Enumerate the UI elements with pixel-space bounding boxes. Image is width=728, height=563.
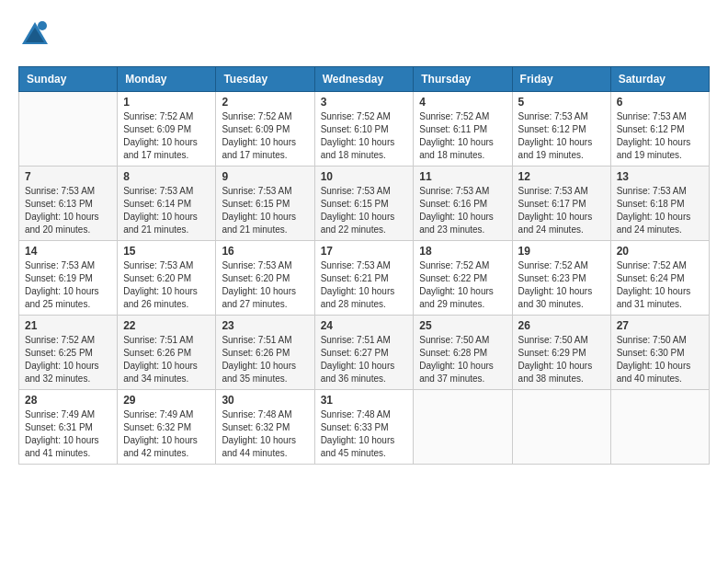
day-info: Sunrise: 7:53 AM Sunset: 6:14 PM Dayligh… <box>123 185 210 236</box>
calendar-week-row: 1Sunrise: 7:52 AM Sunset: 6:09 PM Daylig… <box>19 92 710 167</box>
calendar-cell: 14Sunrise: 7:53 AM Sunset: 6:19 PM Dayli… <box>19 241 118 316</box>
day-number: 13 <box>617 170 703 183</box>
day-number: 24 <box>321 319 408 332</box>
svg-point-2 <box>38 21 47 30</box>
day-info: Sunrise: 7:50 AM Sunset: 6:30 PM Dayligh… <box>617 334 703 385</box>
calendar-cell: 25Sunrise: 7:50 AM Sunset: 6:28 PM Dayli… <box>414 316 512 390</box>
header-wednesday: Wednesday <box>314 67 414 92</box>
day-number: 10 <box>321 170 408 183</box>
calendar-cell: 30Sunrise: 7:48 AM Sunset: 6:32 PM Dayli… <box>216 390 314 465</box>
day-number: 11 <box>419 170 506 183</box>
calendar-cell: 12Sunrise: 7:53 AM Sunset: 6:17 PM Dayli… <box>512 167 610 241</box>
calendar-cell: 31Sunrise: 7:48 AM Sunset: 6:33 PM Dayli… <box>314 390 414 465</box>
day-number: 16 <box>222 245 308 258</box>
calendar-cell: 18Sunrise: 7:52 AM Sunset: 6:22 PM Dayli… <box>414 241 512 316</box>
calendar-cell: 24Sunrise: 7:51 AM Sunset: 6:27 PM Dayli… <box>314 316 414 390</box>
calendar-cell: 17Sunrise: 7:53 AM Sunset: 6:21 PM Dayli… <box>314 241 414 316</box>
day-info: Sunrise: 7:52 AM Sunset: 6:09 PM Dayligh… <box>222 110 308 162</box>
header-sunday: Sunday <box>19 67 118 92</box>
day-number: 23 <box>222 319 308 332</box>
day-info: Sunrise: 7:53 AM Sunset: 6:16 PM Dayligh… <box>419 185 506 236</box>
day-number: 30 <box>222 394 308 407</box>
calendar-cell: 5Sunrise: 7:53 AM Sunset: 6:12 PM Daylig… <box>512 92 610 167</box>
day-number: 17 <box>321 245 408 258</box>
header-thursday: Thursday <box>414 67 512 92</box>
calendar-cell: 20Sunrise: 7:52 AM Sunset: 6:24 PM Dayli… <box>610 241 709 316</box>
day-info: Sunrise: 7:53 AM Sunset: 6:19 PM Dayligh… <box>25 259 111 311</box>
day-info: Sunrise: 7:51 AM Sunset: 6:26 PM Dayligh… <box>222 334 308 385</box>
calendar-header-row: SundayMondayTuesdayWednesdayThursdayFrid… <box>19 67 710 92</box>
day-number: 8 <box>123 170 210 183</box>
day-info: Sunrise: 7:52 AM Sunset: 6:24 PM Dayligh… <box>617 259 703 311</box>
header-monday: Monday <box>118 67 216 92</box>
day-info: Sunrise: 7:48 AM Sunset: 6:32 PM Dayligh… <box>222 408 308 460</box>
day-info: Sunrise: 7:53 AM Sunset: 6:20 PM Dayligh… <box>123 259 210 311</box>
day-info: Sunrise: 7:50 AM Sunset: 6:28 PM Dayligh… <box>419 334 506 385</box>
day-info: Sunrise: 7:52 AM Sunset: 6:22 PM Dayligh… <box>419 259 506 311</box>
day-number: 3 <box>321 96 408 109</box>
calendar-cell: 29Sunrise: 7:49 AM Sunset: 6:32 PM Dayli… <box>118 390 216 465</box>
day-info: Sunrise: 7:52 AM Sunset: 6:10 PM Dayligh… <box>321 110 408 162</box>
day-number: 1 <box>123 96 210 109</box>
day-info: Sunrise: 7:48 AM Sunset: 6:33 PM Dayligh… <box>321 408 408 460</box>
day-info: Sunrise: 7:52 AM Sunset: 6:11 PM Dayligh… <box>419 110 506 162</box>
calendar-cell: 15Sunrise: 7:53 AM Sunset: 6:20 PM Dayli… <box>118 241 216 316</box>
day-number: 29 <box>123 394 210 407</box>
calendar-cell: 26Sunrise: 7:50 AM Sunset: 6:29 PM Dayli… <box>512 316 610 390</box>
day-info: Sunrise: 7:52 AM Sunset: 6:09 PM Dayligh… <box>123 110 210 162</box>
header-saturday: Saturday <box>610 67 709 92</box>
day-info: Sunrise: 7:49 AM Sunset: 6:32 PM Dayligh… <box>123 408 210 460</box>
calendar-cell: 11Sunrise: 7:53 AM Sunset: 6:16 PM Dayli… <box>414 167 512 241</box>
day-info: Sunrise: 7:49 AM Sunset: 6:31 PM Dayligh… <box>25 408 111 460</box>
day-number: 19 <box>518 245 605 258</box>
day-info: Sunrise: 7:53 AM Sunset: 6:12 PM Dayligh… <box>617 110 703 162</box>
calendar-cell <box>610 390 709 465</box>
day-info: Sunrise: 7:53 AM Sunset: 6:21 PM Dayligh… <box>321 259 408 311</box>
day-number: 6 <box>617 96 703 109</box>
day-number: 20 <box>617 245 703 258</box>
day-number: 9 <box>222 170 308 183</box>
calendar-week-row: 7Sunrise: 7:53 AM Sunset: 6:13 PM Daylig… <box>19 167 710 241</box>
day-number: 31 <box>321 394 408 407</box>
day-info: Sunrise: 7:53 AM Sunset: 6:13 PM Dayligh… <box>25 185 111 236</box>
day-number: 14 <box>25 245 111 258</box>
day-number: 4 <box>419 96 506 109</box>
calendar-cell: 23Sunrise: 7:51 AM Sunset: 6:26 PM Dayli… <box>216 316 314 390</box>
calendar-table: SundayMondayTuesdayWednesdayThursdayFrid… <box>18 66 710 465</box>
day-info: Sunrise: 7:51 AM Sunset: 6:26 PM Dayligh… <box>123 334 210 385</box>
day-number: 22 <box>123 319 210 332</box>
day-info: Sunrise: 7:53 AM Sunset: 6:18 PM Dayligh… <box>617 185 703 236</box>
calendar-cell: 1Sunrise: 7:52 AM Sunset: 6:09 PM Daylig… <box>118 92 216 167</box>
day-number: 7 <box>25 170 111 183</box>
calendar-cell <box>19 92 118 167</box>
page-header <box>18 18 710 52</box>
calendar-cell: 4Sunrise: 7:52 AM Sunset: 6:11 PM Daylig… <box>414 92 512 167</box>
calendar-cell: 21Sunrise: 7:52 AM Sunset: 6:25 PM Dayli… <box>19 316 118 390</box>
logo-icon <box>18 18 51 52</box>
day-info: Sunrise: 7:53 AM Sunset: 6:12 PM Dayligh… <box>518 110 605 162</box>
calendar-cell: 3Sunrise: 7:52 AM Sunset: 6:10 PM Daylig… <box>314 92 414 167</box>
logo <box>18 18 55 52</box>
day-info: Sunrise: 7:52 AM Sunset: 6:25 PM Dayligh… <box>25 334 111 385</box>
calendar-cell: 28Sunrise: 7:49 AM Sunset: 6:31 PM Dayli… <box>19 390 118 465</box>
calendar-cell: 13Sunrise: 7:53 AM Sunset: 6:18 PM Dayli… <box>610 167 709 241</box>
calendar-cell <box>414 390 512 465</box>
day-number: 12 <box>518 170 605 183</box>
calendar-cell <box>512 390 610 465</box>
calendar-cell: 10Sunrise: 7:53 AM Sunset: 6:15 PM Dayli… <box>314 167 414 241</box>
calendar-week-row: 21Sunrise: 7:52 AM Sunset: 6:25 PM Dayli… <box>19 316 710 390</box>
day-info: Sunrise: 7:53 AM Sunset: 6:20 PM Dayligh… <box>222 259 308 311</box>
day-info: Sunrise: 7:51 AM Sunset: 6:27 PM Dayligh… <box>321 334 408 385</box>
day-info: Sunrise: 7:53 AM Sunset: 6:17 PM Dayligh… <box>518 185 605 236</box>
calendar-cell: 8Sunrise: 7:53 AM Sunset: 6:14 PM Daylig… <box>118 167 216 241</box>
calendar-cell: 22Sunrise: 7:51 AM Sunset: 6:26 PM Dayli… <box>118 316 216 390</box>
day-number: 21 <box>25 319 111 332</box>
calendar-cell: 7Sunrise: 7:53 AM Sunset: 6:13 PM Daylig… <box>19 167 118 241</box>
day-info: Sunrise: 7:50 AM Sunset: 6:29 PM Dayligh… <box>518 334 605 385</box>
day-number: 2 <box>222 96 308 109</box>
calendar-cell: 6Sunrise: 7:53 AM Sunset: 6:12 PM Daylig… <box>610 92 709 167</box>
calendar-week-row: 14Sunrise: 7:53 AM Sunset: 6:19 PM Dayli… <box>19 241 710 316</box>
day-number: 25 <box>419 319 506 332</box>
calendar-week-row: 28Sunrise: 7:49 AM Sunset: 6:31 PM Dayli… <box>19 390 710 465</box>
day-number: 5 <box>518 96 605 109</box>
